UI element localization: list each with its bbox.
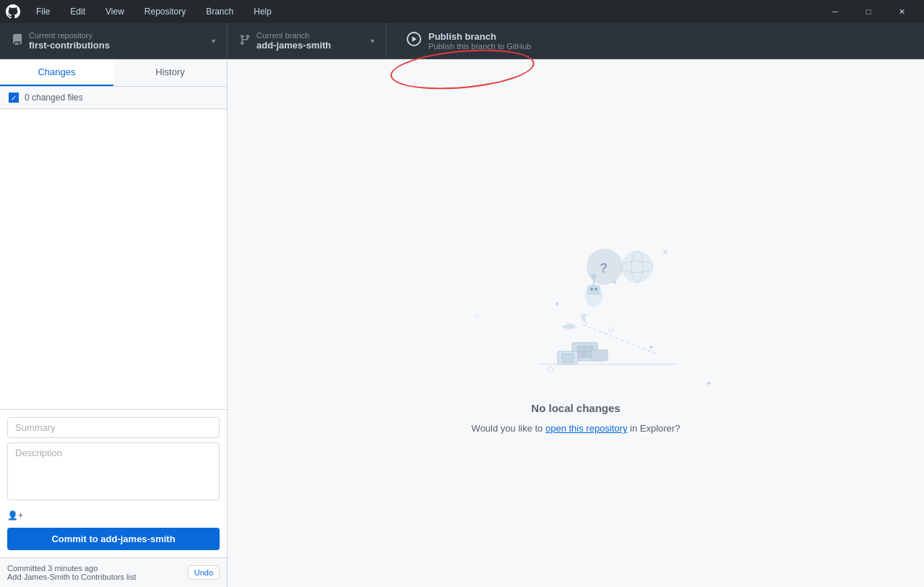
empty-title: No local changes [531, 402, 620, 414]
svg-point-13 [621, 251, 653, 283]
minimize-button[interactable]: ─ [819, 0, 852, 23]
svg-text:✦: ✦ [706, 380, 712, 387]
repo-icon [12, 34, 23, 48]
last-commit-bar: Committed 3 minutes ago Add James-Smith … [0, 557, 227, 587]
add-coauthor-button[interactable]: 👤+ [7, 507, 220, 523]
title-bar: File Edit View Repository Branch Help ─ … [0, 0, 924, 23]
empty-sub-text: Would you like to open this repository i… [472, 423, 681, 434]
publish-branch-sub: Publish this branch to GitHub [428, 42, 531, 51]
svg-text:?: ? [600, 261, 608, 275]
repo-chevron-icon: ▾ [212, 37, 215, 45]
publish-branch-button[interactable]: Publish branch Publish this branch to Gi… [392, 23, 545, 59]
add-coauthor-icon: 👤+ [7, 510, 23, 520]
maximize-button[interactable]: □ [852, 0, 885, 23]
last-commit-time: Committed 3 minutes ago [7, 564, 137, 573]
open-repo-link[interactable]: open this repository [545, 423, 627, 434]
select-all-checkbox[interactable]: ✓ [9, 93, 19, 103]
title-bar-left: File Edit View Repository Branch Help [6, 4, 276, 20]
current-branch-label: Current branch [256, 31, 331, 40]
changed-files-count: 0 changed files [25, 93, 83, 103]
sidebar: Changes History ✓ 0 changed files 👤+ Com… [0, 59, 228, 587]
commit-button[interactable]: Commit to add-james-smith [7, 528, 220, 550]
branch-name: add-james-smith [256, 40, 331, 51]
github-logo-icon [6, 4, 20, 19]
sidebar-tabs: Changes History [0, 59, 227, 87]
menu-file[interactable]: File [32, 4, 54, 20]
toolbar: Current repository first-contributions ▾… [0, 23, 924, 59]
main-content: × · · ✦ ✦ ✦ ✦ ◇ ○ ◇ ? [228, 59, 924, 587]
svg-point-21 [592, 274, 596, 278]
branch-chevron-icon: ▾ [371, 37, 374, 45]
publish-btn-text: Publish branch Publish this branch to Gi… [428, 31, 531, 51]
main-layout: Changes History ✓ 0 changed files 👤+ Com… [0, 59, 924, 587]
changes-area [0, 109, 227, 409]
current-repo-label: Current repository [29, 31, 110, 40]
empty-sub-prefix: Would you like to [472, 423, 545, 434]
svg-text:✦: ✦ [648, 343, 654, 351]
description-textarea[interactable] [7, 442, 220, 500]
close-button[interactable]: ✕ [885, 0, 918, 23]
undo-button[interactable]: Undo [188, 565, 220, 580]
last-commit-info: Committed 3 minutes ago Add James-Smith … [7, 564, 137, 581]
branch-label-group: Current branch add-james-smith [256, 31, 331, 51]
branch-icon [239, 34, 251, 48]
menu-branch[interactable]: Branch [202, 4, 238, 20]
repo-name: first-contributions [29, 40, 110, 51]
last-commit-msg: Add James-Smith to Contributors list [7, 573, 137, 581]
svg-point-18 [590, 288, 593, 291]
menu-help[interactable]: Help [249, 4, 276, 20]
empty-illustration: × · · ✦ ✦ ✦ ✦ ◇ ○ ◇ ? [431, 213, 720, 393]
empty-state: × · · ✦ ✦ ✦ ✦ ◇ ○ ◇ ? [431, 213, 720, 434]
svg-text:✦: ✦ [554, 300, 560, 308]
menu-view[interactable]: View [101, 4, 129, 20]
summary-input[interactable] [7, 417, 220, 438]
svg-text:○: ○ [475, 311, 479, 319]
empty-sub-suffix: in Explorer? [627, 423, 680, 434]
menu-edit[interactable]: Edit [66, 4, 90, 20]
svg-rect-17 [587, 285, 600, 295]
svg-rect-27 [562, 354, 574, 362]
menu-bar: File Edit View Repository Branch Help [32, 4, 276, 20]
svg-text:◇: ◇ [608, 325, 614, 333]
publish-branch-title: Publish branch [428, 31, 531, 42]
repo-label-group: Current repository first-contributions [29, 31, 110, 51]
window-controls: ─ □ ✕ [819, 0, 918, 23]
menu-repository[interactable]: Repository [140, 4, 190, 20]
svg-text:◇: ◇ [547, 364, 554, 374]
tab-history[interactable]: History [113, 59, 227, 86]
publish-icon [407, 32, 421, 50]
current-branch-selector[interactable]: Current branch add-james-smith ▾ [228, 23, 387, 59]
svg-point-19 [595, 288, 597, 291]
changed-files-bar: ✓ 0 changed files [0, 87, 227, 109]
commit-area: 👤+ Commit to add-james-smith [0, 409, 227, 557]
svg-text:×: × [662, 247, 668, 258]
current-repo-selector[interactable]: Current repository first-contributions ▾ [0, 23, 228, 59]
svg-rect-28 [592, 350, 608, 361]
tab-changes[interactable]: Changes [0, 59, 113, 86]
